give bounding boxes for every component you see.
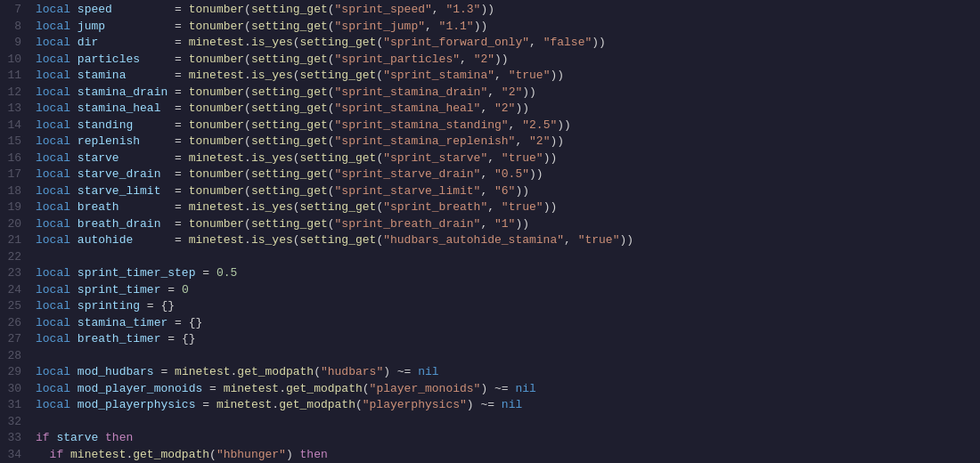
code-line-18: local starve_limit = tonumber(setting_ge… xyxy=(32,183,980,200)
code-line-30: local mod_player_monoids = minetest.get_… xyxy=(32,381,980,398)
line-num-12: 12 xyxy=(7,85,21,102)
code-line-33: if starve then xyxy=(32,430,980,447)
line-num-33: 33 xyxy=(7,430,21,447)
code-line-16: local starve = minetest.is_yes(setting_g… xyxy=(32,150,980,167)
line-num-9: 9 xyxy=(7,35,21,52)
code-line-32 xyxy=(32,414,980,431)
line-num-23: 23 xyxy=(7,265,21,282)
line-num-29: 29 xyxy=(7,364,21,381)
code-line-17: local starve_drain = tonumber(setting_ge… xyxy=(32,167,980,183)
line-num-10: 10 xyxy=(7,52,21,69)
line-num-32: 32 xyxy=(7,414,21,431)
code-line-13: local stamina_heal = tonumber(setting_ge… xyxy=(32,101,980,118)
line-num-26: 26 xyxy=(7,315,21,332)
code-line-29: local mod_hudbars = minetest.get_modpath… xyxy=(32,364,980,381)
line-num-24: 24 xyxy=(7,282,21,299)
code-lines: local speed = tonumber(setting_get("spri… xyxy=(32,0,980,463)
line-num-11: 11 xyxy=(7,68,21,85)
code-line-15: local replenish = tonumber(setting_get("… xyxy=(32,134,980,150)
code-line-9: local dir = minetest.is_yes(setting_get(… xyxy=(32,35,980,52)
code-editor: 7 8 9 10 11 12 13 14 15 16 17 18 19 20 2… xyxy=(0,0,980,463)
code-line-11: local stamina = minetest.is_yes(setting_… xyxy=(32,68,980,85)
line-num-18: 18 xyxy=(7,183,21,200)
code-line-21: local autohide = minetest.is_yes(setting… xyxy=(32,232,980,249)
line-num-16: 16 xyxy=(7,150,21,167)
code-line-26: local stamina_timer = {} xyxy=(32,315,980,332)
line-num-19: 19 xyxy=(7,199,21,216)
line-num-31: 31 xyxy=(7,397,21,414)
line-num-15: 15 xyxy=(7,134,21,150)
line-num-25: 25 xyxy=(7,298,21,315)
line-num-28: 28 xyxy=(7,348,21,365)
line-num-14: 14 xyxy=(7,118,21,134)
line-num-27: 27 xyxy=(7,331,21,348)
code-line-23: local sprint_timer_step = 0.5 xyxy=(32,265,980,282)
line-num-8: 8 xyxy=(7,19,21,36)
code-line-24: local sprint_timer = 0 xyxy=(32,282,980,299)
code-line-7: local speed = tonumber(setting_get("spri… xyxy=(32,2,980,19)
line-num-22: 22 xyxy=(7,249,21,266)
code-line-19: local breath = minetest.is_yes(setting_g… xyxy=(32,199,980,216)
code-line-22 xyxy=(32,249,980,266)
code-line-8: local jump = tonumber(setting_get("sprin… xyxy=(32,19,980,36)
line-num-13: 13 xyxy=(7,101,21,118)
line-num-21: 21 xyxy=(7,232,21,249)
line-num-30: 30 xyxy=(7,381,21,398)
line-numbers: 7 8 9 10 11 12 13 14 15 16 17 18 19 20 2… xyxy=(0,0,32,463)
code-line-34: if minetest.get_modpath("hbhunger") then xyxy=(32,447,980,464)
code-line-31: local mod_playerphysics = minetest.get_m… xyxy=(32,397,980,414)
code-line-14: local standing = tonumber(setting_get("s… xyxy=(32,118,980,134)
code-line-12: local stamina_drain = tonumber(setting_g… xyxy=(32,85,980,102)
line-num-7: 7 xyxy=(7,2,21,19)
line-num-34: 34 xyxy=(7,447,21,464)
code-line-10: local particles = tonumber(setting_get("… xyxy=(32,52,980,69)
code-line-20: local breath_drain = tonumber(setting_ge… xyxy=(32,216,980,233)
code-line-25: local sprinting = {} xyxy=(32,298,980,315)
line-num-17: 17 xyxy=(7,167,21,183)
code-line-27: local breath_timer = {} xyxy=(32,331,980,348)
line-num-20: 20 xyxy=(7,216,21,233)
code-line-28 xyxy=(32,348,980,365)
